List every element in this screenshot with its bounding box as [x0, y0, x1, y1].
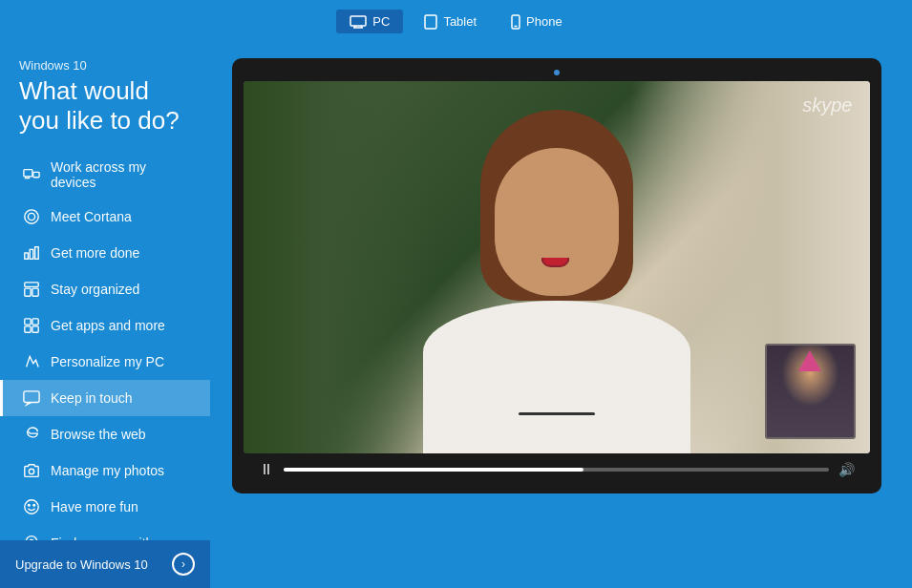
person-smile — [541, 258, 569, 267]
sidebar-item-have-fun-label: Have more fun — [51, 499, 138, 514]
svg-rect-23 — [32, 326, 38, 332]
os-label: Windows 10 — [19, 58, 191, 73]
page-title: What would you like to do? — [19, 76, 191, 136]
devices-icon — [22, 165, 41, 184]
svg-rect-21 — [32, 319, 38, 325]
svg-rect-4 — [425, 15, 436, 29]
sidebar-item-get-apps-label: Get apps and more — [51, 318, 165, 333]
upgrade-label: Upgrade to Windows 10 — [15, 557, 162, 572]
sidebar-item-work-across[interactable]: Work across my devices — [0, 151, 210, 199]
pc-icon — [350, 15, 367, 29]
tab-pc-label: PC — [372, 14, 390, 29]
device-screen: skype — [244, 81, 870, 453]
sidebar-item-keep-in-touch[interactable]: Keep in touch — [0, 380, 210, 416]
svg-rect-0 — [350, 16, 366, 26]
skype-logo: skype — [802, 94, 852, 116]
svg-rect-24 — [24, 391, 39, 403]
svg-rect-16 — [35, 247, 39, 260]
person-body — [423, 301, 690, 453]
svg-rect-17 — [25, 283, 38, 287]
main-content: skype ⏸ 🔊 — [210, 43, 912, 588]
upgrade-arrow-icon: › — [172, 553, 195, 576]
sidebar-item-personalize[interactable]: Personalize my PC — [0, 344, 210, 380]
phone-icon — [511, 14, 520, 30]
svg-point-28 — [33, 505, 35, 507]
chart-icon — [22, 243, 41, 262]
tab-tablet-label: Tablet — [443, 14, 477, 29]
sidebar-item-browse-web-label: Browse the web — [51, 427, 146, 442]
svg-rect-20 — [25, 319, 31, 325]
device-tab-bar: PC Tablet Phone — [0, 0, 912, 43]
svg-point-25 — [29, 470, 33, 474]
person-face — [495, 148, 619, 296]
personalize-icon — [22, 352, 41, 371]
cortana-icon — [22, 207, 41, 226]
svg-rect-22 — [25, 326, 31, 332]
edge-icon — [22, 425, 41, 444]
sidebar-item-cortana[interactable]: Meet Cortana — [0, 199, 210, 235]
fun-icon — [22, 497, 41, 516]
organize-icon — [22, 280, 41, 299]
sidebar-item-get-apps[interactable]: Get apps and more — [0, 307, 210, 344]
sidebar-item-work-across-label: Work across my devices — [51, 159, 191, 190]
chat-icon — [22, 388, 41, 408]
tab-phone-label: Phone — [526, 14, 562, 29]
tab-phone[interactable]: Phone — [498, 10, 576, 34]
apps-icon — [22, 316, 41, 335]
tab-pc[interactable]: PC — [336, 10, 403, 33]
pip-thumbnail — [765, 344, 856, 439]
svg-point-27 — [28, 505, 30, 507]
sidebar-item-manage-photos-label: Manage my photos — [51, 463, 164, 478]
video-controls: ⏸ 🔊 — [244, 453, 870, 486]
sidebar-item-get-more-done-label: Get more done — [51, 245, 139, 261]
pause-button[interactable]: ⏸ — [259, 461, 274, 478]
background-plants — [244, 81, 435, 453]
progress-fill — [284, 468, 583, 472]
pip-person — [767, 346, 854, 437]
svg-point-26 — [25, 500, 38, 514]
sidebar-item-get-more-done[interactable]: Get more done — [0, 235, 210, 271]
svg-rect-18 — [25, 288, 31, 296]
sidebar: Windows 10 What would you like to do? Wo… — [0, 43, 210, 588]
svg-rect-7 — [24, 170, 32, 177]
svg-rect-8 — [33, 173, 39, 178]
nav-list: Work across my devices Meet Cortana Get … — [0, 145, 210, 588]
svg-rect-19 — [32, 288, 38, 296]
call-background: skype — [244, 81, 870, 453]
tablet-icon — [424, 14, 437, 30]
tab-tablet[interactable]: Tablet — [411, 10, 490, 34]
sidebar-header: Windows 10 What would you like to do? — [0, 43, 210, 145]
pip-party-hat — [798, 350, 821, 371]
svg-rect-15 — [30, 250, 33, 260]
svg-point-13 — [28, 214, 34, 220]
sidebar-item-browse-web[interactable]: Browse the web — [0, 416, 210, 452]
sidebar-item-have-fun[interactable]: Have more fun — [0, 489, 210, 525]
svg-rect-14 — [25, 253, 29, 259]
sidebar-item-stay-organized[interactable]: Stay organized — [0, 271, 210, 307]
sidebar-item-keep-in-touch-label: Keep in touch — [51, 390, 133, 406]
progress-bar[interactable] — [284, 468, 829, 472]
sidebar-item-personalize-label: Personalize my PC — [51, 354, 164, 369]
sidebar-item-stay-organized-label: Stay organized — [51, 282, 139, 297]
device-frame: skype ⏸ 🔊 — [232, 58, 881, 494]
upgrade-bar[interactable]: Upgrade to Windows 10 › — [0, 540, 210, 588]
sidebar-item-manage-photos[interactable]: Manage my photos — [0, 452, 210, 489]
device-camera — [554, 70, 560, 75]
sidebar-item-cortana-label: Meet Cortana — [51, 209, 132, 224]
svg-point-12 — [25, 210, 38, 223]
person-necklace — [519, 412, 595, 415]
volume-button[interactable]: 🔊 — [838, 462, 855, 477]
camera-icon — [22, 461, 41, 480]
